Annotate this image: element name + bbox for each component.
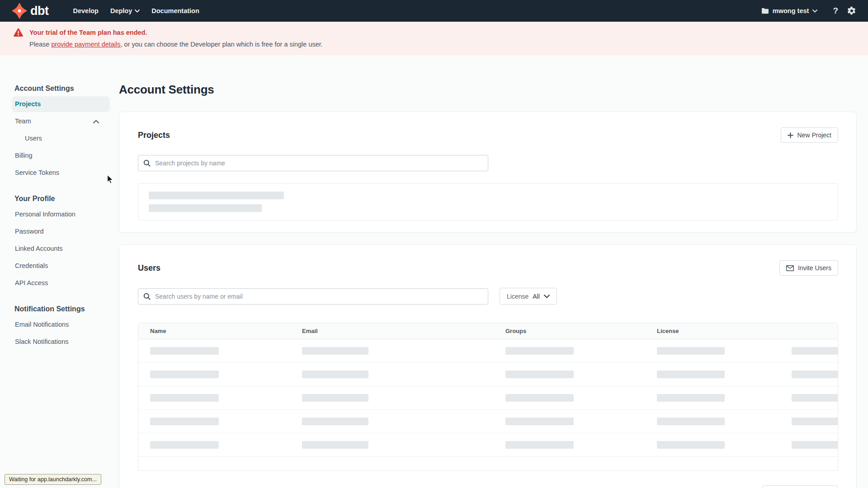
browser-status-bubble: Waiting for app.launchdarkly.com... — [5, 474, 101, 485]
sidebar-item-linked-accounts[interactable]: Linked Accounts — [12, 241, 110, 257]
cell-email — [290, 394, 494, 402]
cell-groups — [494, 347, 645, 355]
sidebar-heading-account-settings: Account Settings — [12, 84, 110, 93]
provide-payment-details-link[interactable]: provide payment details — [51, 41, 120, 48]
invite-users-button[interactable]: Invite Users — [779, 260, 838, 276]
column-header-license: License — [645, 328, 780, 334]
users-table: Name Email Groups License — [138, 323, 838, 471]
sidebar-item-credentials[interactable]: Credentials — [12, 258, 110, 274]
nav-item-documentation-label: Documentation — [151, 7, 199, 14]
projects-card-title: Projects — [138, 131, 170, 140]
help-button[interactable]: ? — [833, 6, 838, 16]
table-row-skeleton — [138, 410, 838, 433]
sidebar-item-slack-notifications[interactable]: Slack Notifications — [12, 334, 110, 350]
cell-name — [138, 418, 290, 425]
table-row-skeleton — [138, 363, 838, 386]
sidebar-item-team[interactable]: Team — [12, 113, 110, 129]
cell-actions — [780, 441, 838, 449]
cell-actions — [780, 371, 838, 378]
cell-name — [138, 394, 290, 402]
dbt-logo-word: dbt — [30, 5, 48, 17]
users-table-footer: Loaded 0 of 0 Show: 10 Rows — [138, 485, 838, 488]
trial-ended-banner: Your trial of the Team plan has ended. P… — [0, 22, 868, 55]
sidebar-item-personal-information[interactable]: Personal Information — [12, 206, 110, 222]
cell-email — [290, 418, 494, 425]
sidebar-item-email-notifications-label: Email Notifications — [15, 320, 69, 329]
sidebar-item-service-tokens-label: Service Tokens — [15, 169, 59, 177]
new-project-button[interactable]: New Project — [781, 127, 838, 143]
top-nav-menu: Develop Deploy Documentation — [73, 7, 199, 14]
banner-body-prefix: Please — [29, 41, 51, 48]
top-nav-right: mwong test ? — [761, 6, 856, 16]
cell-license — [645, 441, 780, 449]
sidebar-item-slack-notifications-label: Slack Notifications — [15, 338, 68, 346]
sidebar-item-service-tokens[interactable]: Service Tokens — [12, 165, 110, 181]
table-spacer — [138, 457, 838, 470]
sidebar-item-credentials-label: Credentials — [15, 262, 48, 270]
users-search — [138, 288, 488, 305]
gear-icon[interactable] — [847, 6, 856, 15]
sidebar-item-projects-label: Projects — [15, 100, 41, 108]
cell-email — [290, 371, 494, 378]
column-header-name: Name — [138, 328, 290, 334]
dbt-logo[interactable]: dbt — [12, 3, 48, 19]
search-icon — [143, 293, 151, 300]
users-search-input[interactable] — [138, 288, 488, 305]
cell-license — [645, 418, 780, 425]
license-filter-label: License — [507, 293, 528, 300]
nav-item-develop-label: Develop — [73, 7, 98, 14]
nav-item-deploy[interactable]: Deploy — [110, 7, 140, 14]
nav-item-develop[interactable]: Develop — [73, 7, 98, 14]
sidebar-heading-your-profile: Your Profile — [12, 194, 110, 203]
envelope-icon — [786, 265, 794, 271]
sidebar-item-email-notifications[interactable]: Email Notifications — [12, 317, 110, 333]
top-nav: dbt Develop Deploy Documentation mwong t… — [0, 0, 868, 22]
sidebar-heading-notification-settings: Notification Settings — [12, 305, 110, 314]
banner-title: Your trial of the Team plan has ended. — [29, 28, 323, 37]
users-card: Users Invite Users License Al — [119, 244, 857, 488]
chevron-down-icon — [135, 9, 140, 13]
projects-search — [138, 155, 488, 171]
loading-skeleton-bar — [149, 192, 284, 199]
projects-card: Projects New Project — [119, 112, 857, 233]
table-row-skeleton — [138, 433, 838, 457]
users-card-title: Users — [138, 263, 160, 273]
nav-item-documentation[interactable]: Documentation — [151, 7, 199, 14]
column-header-email: Email — [290, 328, 494, 334]
sidebar-section-your-profile: Your Profile Personal Information Passwo… — [12, 194, 110, 291]
dbt-logo-icon — [12, 3, 27, 19]
cell-groups — [494, 418, 645, 425]
chevron-up-icon — [93, 120, 99, 123]
cell-email — [290, 441, 494, 449]
sidebar-item-billing-label: Billing — [15, 151, 33, 160]
search-icon — [143, 160, 151, 167]
banner-body: Please provide payment details, or you c… — [29, 40, 323, 49]
users-table-header: Name Email Groups License — [138, 323, 838, 339]
sidebar-item-projects[interactable]: Projects — [12, 96, 110, 112]
column-header-groups: Groups — [494, 328, 645, 334]
invite-users-button-label: Invite Users — [798, 264, 831, 272]
cell-name — [138, 347, 290, 355]
sidebar-section-notification-settings: Notification Settings Email Notification… — [12, 305, 110, 350]
projects-search-input[interactable] — [138, 155, 488, 171]
sidebar-section-account-settings: Account Settings Projects Team Users Bil… — [12, 84, 110, 181]
sidebar-item-password[interactable]: Password — [12, 224, 110, 239]
main-content: Account Settings Projects New Project — [119, 55, 868, 488]
sidebar-item-api-access[interactable]: API Access — [12, 275, 110, 291]
sidebar-item-billing[interactable]: Billing — [12, 148, 110, 164]
table-row-skeleton — [138, 386, 838, 410]
license-filter-value: All — [533, 293, 540, 300]
cell-actions — [780, 394, 838, 402]
sidebar-item-api-access-label: API Access — [15, 279, 48, 287]
cell-groups — [494, 371, 645, 378]
chevron-down-icon — [812, 9, 817, 13]
license-filter-dropdown[interactable]: License All — [500, 288, 557, 305]
sidebar-item-users[interactable]: Users — [12, 131, 110, 146]
account-switcher[interactable]: mwong test — [761, 7, 818, 14]
nav-item-deploy-label: Deploy — [110, 7, 132, 14]
page-title: Account Settings — [119, 83, 857, 97]
loading-skeleton-bar — [149, 204, 262, 212]
cell-groups — [494, 441, 645, 449]
rows-per-page-dropdown[interactable]: Show: 10 Rows — [762, 485, 838, 488]
chevron-down-icon — [544, 295, 550, 298]
